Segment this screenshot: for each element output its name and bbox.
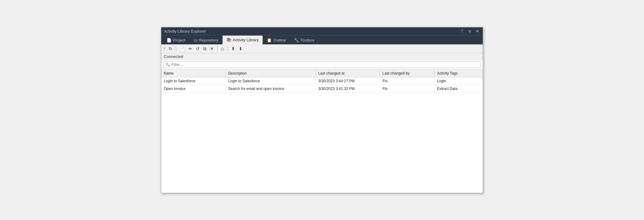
table-header: Name Description Last changed at Last ch… [161, 70, 483, 77]
history-button[interactable]: ↺ [194, 46, 201, 52]
col-header-last-changed-at: Last changed at [316, 70, 380, 77]
new-button[interactable]: 📄 [178, 46, 186, 52]
cell-description-0: Login to Salesforce [225, 77, 316, 85]
cell-last_changed_at-1: 3/30/2023 3:41:33 PM [316, 85, 380, 92]
tab-outline[interactable]: 📋 Outline [263, 36, 290, 44]
outline-icon: 📋 [267, 38, 272, 43]
filter-input[interactable] [171, 63, 479, 67]
connection-status: Connected [164, 54, 183, 59]
title-bar: Activity Library Explorer ⊤ ∨ ✕ [161, 27, 483, 35]
tab-toolbox-label: Toolbox [300, 38, 314, 43]
main-window: Activity Library Explorer ⊤ ∨ ✕ 📄 Projec… [161, 27, 483, 193]
activity-table: Name Description Last changed at Last ch… [161, 70, 483, 93]
refresh-button[interactable]: ↻ [167, 46, 174, 52]
tab-activity-library-label: Activity Library [233, 38, 259, 42]
toolbar-separator-2 [217, 46, 217, 51]
content-area: Name Description Last changed at Last ch… [161, 70, 483, 193]
tab-outline-label: Outline [273, 38, 286, 43]
cell-name-1: Open Invoice [161, 85, 225, 92]
project-icon: 📄 [167, 38, 171, 43]
tab-toolbox[interactable]: 🔧 Toolbox [290, 36, 318, 44]
filter-bar: 🔍 [161, 60, 483, 70]
cell-description-1: Search for email and open invoice [225, 85, 316, 92]
cell-activity_tags-0: Login [435, 77, 483, 85]
table-header-row: Name Description Last changed at Last ch… [161, 70, 483, 77]
tab-repository-label: Repository [199, 38, 218, 43]
table-row[interactable]: Open InvoiceSearch for email and open in… [161, 85, 483, 92]
download-button[interactable]: ⬇ [237, 46, 244, 52]
table-body: Login to SalesforceLogin to Salesforce3/… [161, 77, 483, 92]
status-bar: Connected [161, 53, 483, 60]
delete-button[interactable]: ✕ [208, 46, 215, 52]
close-button[interactable]: ✕ [475, 29, 480, 33]
cell-last_changed_by-1: Flo [380, 85, 435, 92]
col-header-last-changed-by: Last changed by [380, 70, 435, 77]
cell-name-0: Login to Salesforce [161, 77, 225, 85]
tag-button[interactable]: ◇ [219, 46, 226, 52]
activity-library-icon: 📚 [226, 38, 231, 42]
tab-project-label: Project [173, 38, 185, 43]
cell-activity_tags-1: Extract Data [435, 85, 483, 92]
table-row[interactable]: Login to SalesforceLogin to Salesforce3/… [161, 77, 483, 85]
repository-icon: 🗂 [193, 38, 197, 43]
toolbar-grip: ⠿ [163, 47, 167, 51]
copy-button[interactable]: ⧉ [202, 46, 208, 52]
cell-last_changed_at-0: 3/30/2023 3:44:27 PM [316, 77, 380, 85]
upload-button[interactable]: ⬆ [230, 46, 237, 52]
cell-last_changed_by-0: Flo [380, 77, 435, 85]
search-icon: 🔍 [165, 63, 170, 67]
tab-repository[interactable]: 🗂 Repository [189, 36, 222, 44]
toolbar-separator-1 [176, 46, 176, 51]
title-bar-controls: ⊤ ∨ ✕ [459, 29, 480, 33]
toolbar-separator-3 [228, 46, 228, 51]
tab-bar: 📄 Project 🗂 Repository 📚 Activity Librar… [161, 35, 483, 44]
window-title: Activity Library Explorer [164, 29, 206, 34]
filter-input-wrap: 🔍 [163, 61, 481, 68]
tab-project[interactable]: 📄 Project [163, 36, 189, 44]
edit-button[interactable]: ✏ [187, 46, 194, 52]
col-header-description: Description [225, 70, 316, 77]
toolbox-icon: 🔧 [294, 38, 299, 43]
col-header-activity-tags: Activity Tags [435, 70, 483, 77]
toolbar: ⠿ ↻ 📄 ✏ ↺ ⧉ ✕ ◇ ⬆ ⬇ [161, 44, 483, 53]
tab-activity-library[interactable]: 📚 Activity Library [222, 35, 263, 44]
col-header-name: Name [161, 70, 225, 77]
minimize-button[interactable]: ∨ [467, 29, 472, 33]
pin-button[interactable]: ⊤ [459, 29, 465, 33]
